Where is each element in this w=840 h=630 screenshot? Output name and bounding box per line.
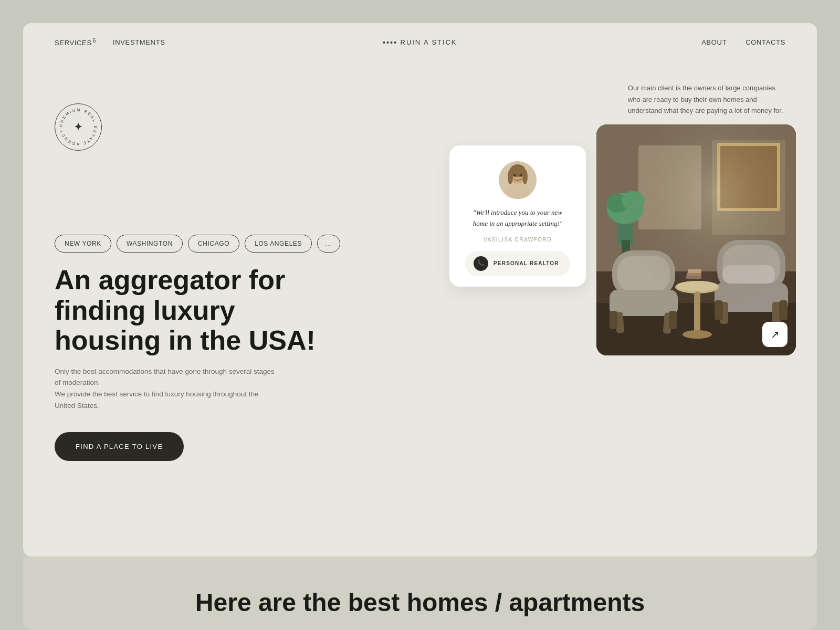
right-para-1: Our main client is the owners of large c… — [628, 82, 785, 116]
nav-item-about[interactable]: ABOUT — [701, 38, 727, 46]
cta-find-place-button[interactable]: FIND A PLACE TO LIVE — [55, 432, 184, 461]
nav-left: SERVICES6 INVESTMENTS — [55, 38, 165, 47]
city-pill-more[interactable]: ... — [317, 235, 340, 253]
city-pill-new-york[interactable]: NEW YORK — [55, 235, 111, 253]
room-illustration — [596, 124, 796, 355]
svg-point-7 — [513, 174, 516, 177]
city-pills: NEW YORK WASHINGTON CHICAGO LOS ANGELES … — [55, 235, 460, 253]
navigation: SERVICES6 INVESTMENTS RUIN A STICK ABOUT — [23, 23, 817, 61]
phone-icon: 📞 — [474, 256, 488, 271]
hero-subtext: Only the best accommodations that have g… — [55, 366, 275, 411]
nav-item-contacts[interactable]: CONTACTS — [746, 38, 785, 46]
testimonial-card: "We'll introduce you to your new home in… — [449, 145, 586, 287]
main-card: SERVICES6 INVESTMENTS RUIN A STICK ABOUT — [23, 23, 817, 556]
hero-headline: An aggregator for finding luxury housing… — [55, 265, 349, 355]
city-pill-los-angeles[interactable]: LOS ANGELES — [245, 235, 312, 253]
svg-rect-45 — [596, 124, 796, 355]
nav-item-services[interactable]: SERVICES6 — [55, 38, 96, 47]
star-icon: ✦ — [74, 120, 83, 134]
room-arrow-button[interactable]: ↗ — [762, 322, 788, 347]
room-image: ↗ — [596, 124, 796, 355]
hero-right: Our main client is the owners of large c… — [460, 72, 785, 461]
testimonial-avatar — [499, 161, 537, 199]
dots-icon — [383, 41, 396, 44]
logo-circle: PREMIUM REAL ESTATE AGENCY ✦ — [55, 103, 102, 151]
svg-point-8 — [520, 174, 522, 177]
testimonial-name: VASILISA CRAWFORD — [465, 237, 570, 243]
page-wrapper: SERVICES6 INVESTMENTS RUIN A STICK ABOUT — [0, 0, 840, 630]
svg-point-6 — [522, 170, 528, 184]
bottom-section: Here are the best homes / apartments — [23, 556, 817, 630]
realtor-badge-text: PERSONAL REALTOR — [494, 260, 559, 266]
nav-right: ABOUT CONTACTS — [701, 38, 785, 46]
hero-section: PREMIUM REAL ESTATE AGENCY ✦ NEW YORK WA… — [23, 61, 817, 492]
avatar-svg — [499, 161, 537, 199]
site-logo-text[interactable]: RUIN A STICK — [401, 38, 457, 46]
city-pill-washington[interactable]: WASHINGTON — [117, 235, 183, 253]
bottom-headline: Here are the best homes / apartments — [55, 588, 785, 617]
testimonial-quote: "We'll introduce you to your new home in… — [465, 207, 570, 229]
svg-point-5 — [508, 170, 513, 184]
nav-item-investments[interactable]: INVESTMENTS — [113, 38, 165, 46]
city-pill-chicago[interactable]: CHICAGO — [188, 235, 239, 253]
hero-left: PREMIUM REAL ESTATE AGENCY ✦ NEW YORK WA… — [55, 72, 460, 461]
personal-realtor-badge: 📞 PERSONAL REALTOR — [465, 251, 570, 276]
nav-center: RUIN A STICK — [383, 38, 457, 46]
